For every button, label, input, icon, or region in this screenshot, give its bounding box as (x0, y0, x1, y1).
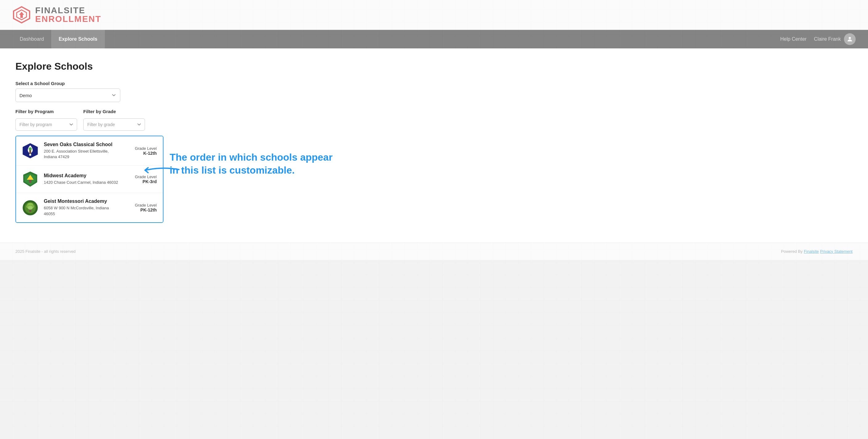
annotation-text: The order in which schools appearin this… (169, 151, 373, 177)
svg-point-14 (28, 206, 33, 210)
annotation-area: The order in which schools appearin this… (169, 151, 373, 177)
filter-program-select[interactable]: Filter by program (16, 119, 77, 131)
school-address: 200 E. Association Street Ellettsville,I… (44, 148, 123, 160)
filter-grade-group: Filter by Grade Filter by grade (83, 109, 145, 131)
school-address: 1420 Chase Court Carmel, Indiana 46032 (44, 180, 123, 185)
school-group-select[interactable]: Demo (16, 89, 120, 102)
school-grade-seven-oaks: Grade Level K-12th (129, 146, 157, 156)
school-item[interactable]: Geist Montessori Academy 6058 W 900 N Mc… (16, 193, 163, 222)
filter-program-group: Filter by Program Filter by program (16, 109, 77, 131)
page-title: Explore Schools (16, 61, 852, 72)
school-name: Midwest Academy (44, 173, 123, 178)
school-info-midwest: Midwest Academy 1420 Chase Court Carmel,… (44, 173, 123, 185)
school-info-geist: Geist Montessori Academy 6058 W 900 N Mc… (44, 199, 123, 216)
school-logo-geist (22, 200, 38, 216)
filter-program-label: Filter by Program (16, 109, 77, 114)
svg-point-4 (29, 147, 32, 150)
school-logo-midwest (22, 171, 38, 187)
school-name: Geist Montessori Academy (44, 199, 123, 204)
filter-grade-select[interactable]: Filter by grade (83, 119, 145, 131)
svg-rect-15 (29, 210, 31, 212)
school-group-label: Select a School Group (16, 81, 852, 86)
annotation-arrow (120, 157, 182, 182)
school-address: 6058 W 900 N McCordsville, Indiana46055 (44, 205, 123, 216)
main-content: Explore Schools Select a School Group De… (0, 48, 868, 243)
school-info-seven-oaks: Seven Oaks Classical School 200 E. Assoc… (44, 142, 123, 160)
school-grade-geist: Grade Level PK-12th (129, 203, 157, 212)
filters-row: Filter by Program Filter by program Filt… (16, 109, 852, 131)
school-logo-seven-oaks (22, 143, 38, 159)
school-name: Seven Oaks Classical School (44, 142, 123, 147)
svg-rect-8 (29, 180, 31, 183)
svg-rect-5 (29, 150, 31, 154)
filter-grade-label: Filter by Grade (83, 109, 145, 114)
